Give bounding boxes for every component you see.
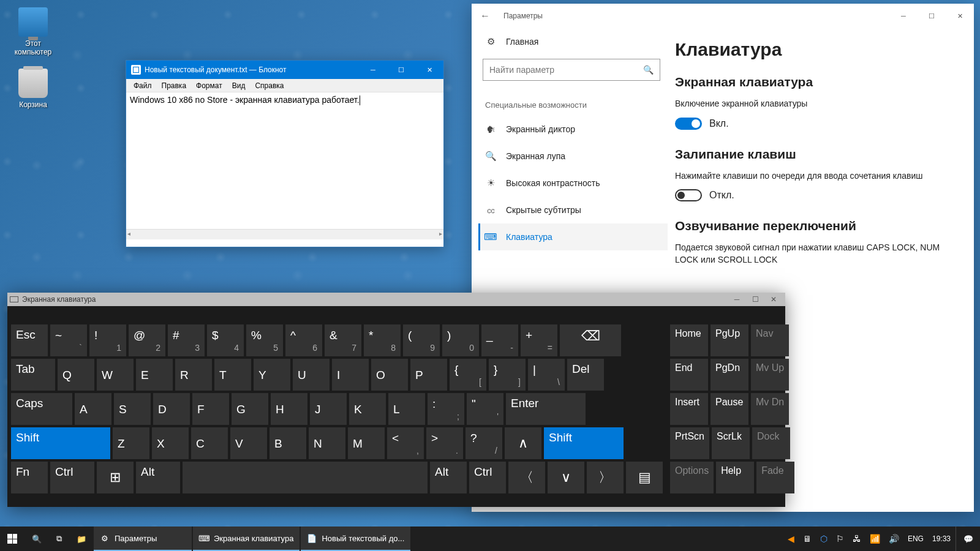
back-button[interactable]: ← bbox=[480, 10, 490, 21]
desktop-icon-this-pc[interactable]: Этот компьютер bbox=[9, 7, 58, 56]
maximize-button[interactable]: ☐ bbox=[746, 295, 764, 304]
key-prtscn[interactable]: PrtScn bbox=[670, 427, 709, 459]
close-button[interactable]: ✕ bbox=[946, 6, 974, 26]
key-nav[interactable]: Nav bbox=[751, 324, 789, 356]
key-pgup[interactable]: PgUp bbox=[710, 324, 748, 356]
close-button[interactable]: ✕ bbox=[764, 295, 783, 304]
key-[interactable]: !1 bbox=[89, 324, 126, 356]
key-h[interactable]: H bbox=[271, 393, 307, 425]
key-[interactable] bbox=[183, 462, 428, 493]
nav-magnifier[interactable]: 🔍 Экранная лупа bbox=[480, 143, 668, 170]
key-[interactable]: ∨ bbox=[548, 462, 584, 493]
key-[interactable]: += bbox=[521, 324, 557, 356]
key-[interactable]: ∧ bbox=[505, 427, 541, 459]
key-pgdn[interactable]: PgDn bbox=[710, 359, 748, 391]
key-shift[interactable]: Shift bbox=[11, 427, 110, 459]
key-v[interactable]: V bbox=[230, 427, 267, 459]
key-insert[interactable]: Insert bbox=[670, 393, 708, 425]
sticky-toggle[interactable] bbox=[675, 189, 702, 201]
menu-edit[interactable]: Правка bbox=[157, 80, 192, 91]
horizontal-scrollbar[interactable] bbox=[126, 229, 443, 239]
taskbar-app-osk[interactable]: ⌨ Экранная клавиатура bbox=[193, 527, 300, 551]
key-k[interactable]: K bbox=[349, 393, 386, 425]
notepad-text-area[interactable]: Windows 10 x86 no Store - экранная клави… bbox=[126, 92, 443, 239]
nav-keyboard[interactable]: ⌨ Клавиатура bbox=[478, 223, 668, 250]
key-[interactable]: {[ bbox=[450, 359, 486, 391]
key-n[interactable]: N bbox=[309, 427, 345, 459]
key-[interactable]: ⌫ bbox=[560, 324, 621, 356]
key-b[interactable]: B bbox=[270, 427, 306, 459]
tray-security-icon[interactable]: ⚐ bbox=[836, 534, 844, 544]
key-r[interactable]: R bbox=[175, 359, 212, 391]
tray-volume-icon[interactable]: 🔊 bbox=[889, 534, 899, 544]
key-[interactable]: ⊞ bbox=[97, 462, 134, 493]
key-enter[interactable]: Enter bbox=[506, 393, 586, 425]
key-c[interactable]: C bbox=[191, 427, 228, 459]
key-t[interactable]: T bbox=[214, 359, 251, 391]
key-e[interactable]: E bbox=[136, 359, 173, 391]
key-a[interactable]: A bbox=[75, 393, 111, 425]
key-x[interactable]: X bbox=[152, 427, 189, 459]
menu-help[interactable]: Справка bbox=[250, 80, 288, 91]
key-caps[interactable]: Caps bbox=[11, 393, 72, 425]
menu-view[interactable]: Вид bbox=[227, 80, 251, 91]
desktop-icon-recycle-bin[interactable]: Корзина bbox=[9, 69, 58, 109]
key-fn[interactable]: Fn bbox=[11, 462, 48, 493]
nav-home[interactable]: ⚙ Главная bbox=[480, 28, 668, 55]
key-[interactable]: ^6 bbox=[285, 324, 322, 356]
maximize-button[interactable]: ☐ bbox=[387, 61, 415, 79]
key-[interactable]: #3 bbox=[168, 324, 205, 356]
key-help[interactable]: Help bbox=[716, 462, 754, 493]
key-g[interactable]: G bbox=[232, 393, 268, 425]
maximize-button[interactable]: ☐ bbox=[918, 6, 946, 26]
key-j[interactable]: J bbox=[310, 393, 347, 425]
taskview-button[interactable]: ⧉ bbox=[49, 527, 69, 551]
tray-network-icon[interactable]: 🖧 bbox=[853, 534, 861, 544]
key-[interactable]: &7 bbox=[325, 324, 361, 356]
key-mvup[interactable]: Mv Up bbox=[751, 359, 789, 391]
key-scrlk[interactable]: ScrLk bbox=[712, 427, 750, 459]
key-end[interactable]: End bbox=[670, 359, 708, 391]
key-[interactable]: ▤ bbox=[626, 462, 663, 493]
key-fade[interactable]: Fade bbox=[756, 462, 794, 493]
key-i[interactable]: I bbox=[332, 359, 369, 391]
key-del[interactable]: Del bbox=[567, 359, 604, 391]
settings-titlebar[interactable]: ← Параметры ─ ☐ ✕ bbox=[472, 4, 974, 28]
key-mvdn[interactable]: Mv Dn bbox=[751, 393, 789, 425]
key-o[interactable]: O bbox=[371, 359, 408, 391]
key-[interactable]: @2 bbox=[129, 324, 165, 356]
osk-toggle[interactable] bbox=[675, 118, 702, 130]
tray-up-icon[interactable]: ◀ bbox=[788, 534, 794, 544]
key-options[interactable]: Options bbox=[670, 462, 714, 493]
tray-clock[interactable]: 19:33 bbox=[932, 534, 951, 543]
taskbar-app-settings[interactable]: ⚙ Параметры bbox=[94, 527, 192, 551]
key-[interactable]: |\ bbox=[528, 359, 565, 391]
notepad-titlebar[interactable]: Новый текстовый документ.txt — Блокнот ─… bbox=[126, 61, 443, 79]
key-y[interactable]: Y bbox=[254, 359, 290, 391]
key-z[interactable]: Z bbox=[113, 427, 149, 459]
explorer-button[interactable]: 📁 bbox=[69, 527, 94, 551]
key-[interactable]: "' bbox=[467, 393, 503, 425]
taskbar-app-notepad[interactable]: 📄 Новый текстовый до... bbox=[301, 527, 410, 551]
menu-format[interactable]: Формат bbox=[191, 80, 227, 91]
key-[interactable]: }] bbox=[489, 359, 526, 391]
key-f[interactable]: F bbox=[192, 393, 229, 425]
start-button[interactable] bbox=[0, 527, 24, 551]
key-[interactable]: )0 bbox=[442, 324, 479, 356]
key-shift[interactable]: Shift bbox=[544, 427, 624, 459]
key-[interactable]: >. bbox=[426, 427, 463, 459]
search-button[interactable]: 🔍 bbox=[24, 527, 49, 551]
nav-closed-captions[interactable]: ㏄ Скрытые субтитры bbox=[480, 197, 668, 223]
key-ctrl[interactable]: Ctrl bbox=[50, 462, 94, 493]
key-[interactable]: ~` bbox=[50, 324, 87, 356]
key-[interactable]: $4 bbox=[207, 324, 244, 356]
key-[interactable]: 〉 bbox=[587, 462, 624, 493]
minimize-button[interactable]: ─ bbox=[359, 61, 387, 79]
tray-monitor-icon[interactable]: 🖥 bbox=[803, 534, 812, 544]
key-tab[interactable]: Tab bbox=[11, 359, 55, 391]
key-esc[interactable]: Esc bbox=[11, 324, 48, 356]
key-[interactable]: ?/ bbox=[466, 427, 502, 459]
tray-wifi-icon[interactable]: 📶 bbox=[870, 534, 880, 544]
minimize-button[interactable]: ─ bbox=[889, 6, 918, 26]
key-[interactable]: _- bbox=[481, 324, 518, 356]
